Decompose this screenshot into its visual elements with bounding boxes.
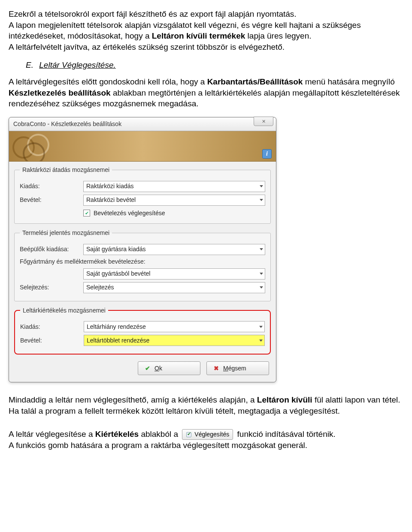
dialog-button-bar: ✔ Ok ✖ Mégsem	[14, 360, 271, 377]
paragraph-2: A leltárvéglegesítés előtt gondoskodni k…	[9, 76, 403, 109]
chevron-down-icon	[259, 340, 263, 342]
dropdown-value: Raktárközi kiadás	[86, 182, 134, 190]
window-titlebar: CobraConto - Készletkezelés beállítások …	[9, 117, 276, 131]
check-icon	[186, 432, 192, 438]
group-raktarkozi: Raktárközi átadás mozgásnemei Kiadás: Ra…	[14, 166, 271, 224]
leltartobblet-dropdown[interactable]: Leltártöbblet rendezése	[84, 335, 265, 346]
paragraph-1: Ezekről a tételsorokról export fájl kész…	[9, 9, 403, 53]
dropdown-value: Leltárhiány rendezése	[87, 323, 146, 331]
dropdown-value: Selejtezés	[86, 283, 114, 292]
paragraph-4: A leltár véglegesítése a Kiértékelés abl…	[9, 429, 403, 451]
chevron-down-icon	[260, 286, 263, 289]
group-legend: Raktárközi átadás mozgásnemei	[20, 166, 112, 174]
close-icon: ✕	[262, 118, 266, 125]
chevron-down-icon	[260, 273, 263, 275]
window-banner: i	[9, 131, 276, 162]
text: lapja üres legyen.	[245, 31, 311, 40]
selejt-dropdown[interactable]: Selejtezés	[83, 282, 265, 293]
ok-rest: k	[159, 365, 162, 372]
bold-text: Készletkezelés beállítások	[9, 88, 111, 97]
finalize-button-label: Véglegesítés	[194, 430, 229, 439]
leltarhiany-dropdown[interactable]: Leltárhiány rendezése	[84, 321, 265, 332]
text: A leltárfelvételt javítva, az értékelés …	[9, 42, 285, 51]
beepulok-label: Beépülők kiadása:	[20, 245, 83, 253]
bevetel-label: Bevétel:	[20, 337, 84, 345]
group-legend: Termelési jelentés mozgásnemei	[20, 229, 112, 237]
section-letter: E.	[26, 60, 37, 71]
cross-icon: ✖	[213, 365, 220, 372]
info-icon[interactable]: i	[262, 149, 272, 159]
bold-text: Karbantartás/Beállítások	[207, 77, 303, 86]
text: Mindaddig a leltár nem véglegesíthető, a…	[9, 395, 257, 404]
text: A leltár véglegesítése a	[9, 430, 95, 439]
chevron-down-icon	[260, 185, 263, 187]
close-button[interactable]: ✕	[254, 117, 273, 126]
cancel-rest: égsem	[228, 365, 246, 372]
ok-underline: O	[154, 365, 159, 372]
banner-decoration	[12, 134, 55, 159]
dropdown-value: Raktárközi bevétel	[86, 196, 136, 204]
beepulok-dropdown[interactable]: Saját gyártásra kiadás	[83, 244, 265, 255]
chevron-down-icon	[259, 326, 263, 328]
text: funkció indításával történik.	[235, 430, 335, 439]
text: A funkciós gomb hatására a program a rak…	[9, 441, 307, 450]
fogy-dropdown[interactable]: Saját gyártásból bevétel	[83, 268, 265, 280]
group-leltar-highlight: Leltárkiértékelés mozgásnemei Kiadás: Le…	[14, 307, 271, 355]
checkbox-label: Bevételezés véglegesítése	[94, 209, 165, 217]
kiadas-label: Kiadás:	[20, 323, 84, 331]
bevetel-dropdown[interactable]: Raktárközi bevétel	[83, 195, 265, 206]
selejt-label: Selejtezés:	[20, 283, 83, 292]
group-legend: Leltárkiértékelés mozgásnemei	[20, 307, 108, 315]
finalize-checkbox[interactable]: ✔	[83, 210, 90, 216]
dropdown-value: Saját gyártásból bevétel	[86, 270, 150, 278]
window-title: CobraConto - Készletkezelés beállítások	[13, 120, 121, 128]
cancel-button[interactable]: ✖ Mégsem	[206, 361, 269, 375]
section-title: Leltár Véglegesítése.	[39, 60, 116, 69]
section-heading: E. Leltár Véglegesítése.	[26, 60, 403, 71]
window-body: Raktárközi átadás mozgásnemei Kiadás: Ra…	[9, 162, 276, 382]
group-termelesi: Termelési jelentés mozgásnemei Beépülők …	[14, 229, 271, 301]
dropdown-value: Leltártöbblet rendezése	[87, 337, 149, 345]
text: menü hatására megnyíló	[303, 77, 394, 86]
kiadas-label: Kiadás:	[20, 182, 83, 190]
settings-dialog-screenshot: CobraConto - Készletkezelés beállítások …	[9, 117, 403, 382]
bold-text: Leltáron kívüli	[257, 395, 312, 404]
chevron-down-icon	[260, 199, 263, 201]
text: ablakból a	[139, 430, 180, 439]
kiadas-dropdown[interactable]: Raktárközi kiadás	[83, 181, 265, 192]
check-icon: ✔	[144, 365, 151, 372]
bevetel-label: Bevétel:	[20, 196, 83, 204]
settings-window: CobraConto - Készletkezelés beállítások …	[9, 117, 276, 382]
paragraph-3: Mindaddig a leltár nem véglegesíthető, a…	[9, 394, 403, 416]
finalize-button[interactable]: Véglegesítés	[182, 429, 233, 440]
bold-text: Kiértékelés	[95, 430, 139, 439]
ok-button[interactable]: ✔ Ok	[138, 361, 200, 375]
dropdown-value: Saját gyártásra kiadás	[86, 245, 146, 253]
bold-text: Leltáron kívüli termékek	[152, 31, 245, 40]
text: A leltárvéglegesítés előtt gondoskodni k…	[9, 77, 207, 86]
text: Ezekről a tételsorokról export fájl kész…	[9, 9, 297, 18]
fogy-label: Főgyártmány és melléktermékek bevételezé…	[20, 258, 265, 266]
chevron-down-icon	[260, 248, 263, 250]
cancel-underline: M	[223, 365, 228, 372]
